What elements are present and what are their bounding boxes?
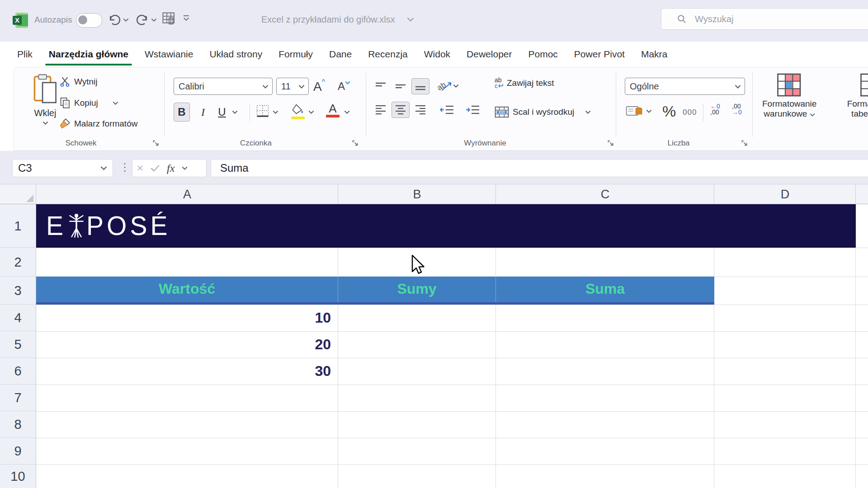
row-header-2[interactable]: 2	[0, 248, 36, 277]
chevron-down-icon[interactable]	[123, 18, 129, 22]
chevron-down-icon[interactable]	[232, 110, 238, 114]
decrease-indent-button[interactable]	[439, 104, 455, 118]
select-all-corner[interactable]	[0, 184, 36, 204]
align-middle-button[interactable]	[392, 78, 410, 94]
column-header-d[interactable]: D	[714, 184, 856, 204]
fx-icon[interactable]: fx	[167, 162, 175, 174]
column-header-c[interactable]: C	[496, 184, 714, 204]
chevron-down-icon[interactable]	[407, 17, 414, 22]
tab-recenzja[interactable]: Recenzja	[360, 42, 416, 67]
undo-icon[interactable]	[108, 13, 121, 27]
cell-a1-logo-banner[interactable]: E POSÉ	[36, 204, 856, 248]
conditional-formatting-button[interactable]: Formatowanie warunkowe	[762, 73, 816, 119]
cell-a4[interactable]: 10	[36, 305, 338, 331]
number-format-combo[interactable]: Ogólne	[625, 78, 745, 95]
cell-a5[interactable]: 20	[36, 331, 338, 358]
decrease-decimal-button[interactable]: ,00 →0	[732, 103, 742, 115]
borders-button[interactable]	[256, 104, 269, 120]
tab-uklad-strony[interactable]: Układ strony	[201, 42, 270, 67]
row-header-3[interactable]: 3	[0, 277, 36, 305]
cancel-icon[interactable]: ×	[137, 162, 143, 174]
tab-widok[interactable]: Widok	[416, 42, 458, 67]
tab-makra[interactable]: Makra	[633, 42, 675, 67]
name-box-splitter[interactable]: ⋮	[119, 161, 130, 174]
search-input[interactable]	[694, 14, 831, 25]
chevron-down-icon[interactable]	[646, 109, 652, 113]
accounting-format-button[interactable]	[626, 104, 643, 120]
chevron-down-icon[interactable]	[151, 18, 157, 22]
font-size-combo[interactable]: 11	[276, 78, 309, 95]
decrease-indent-icon	[439, 104, 455, 116]
underline-button[interactable]: U	[214, 103, 230, 122]
redo-icon[interactable]	[136, 13, 149, 27]
tab-formuly[interactable]: Formuły	[270, 42, 321, 67]
dialog-launcher-icon[interactable]	[352, 140, 359, 146]
merge-center-icon	[495, 106, 509, 118]
cut-button[interactable]: Wytnij	[60, 76, 98, 87]
increase-decimal-button[interactable]: ←0 ,00	[710, 103, 720, 115]
tab-pomoc[interactable]: Pomoc	[520, 42, 566, 67]
align-right-button[interactable]	[411, 102, 429, 118]
quick-access-table-icon[interactable]	[162, 12, 176, 26]
wrap-text-button[interactable]: ab c Zawijaj tekst	[495, 77, 554, 89]
row-header-10[interactable]: 10	[0, 465, 36, 488]
autosave-toggle[interactable]	[76, 13, 102, 28]
row-header-8[interactable]: 8	[0, 411, 36, 438]
enter-icon[interactable]	[151, 164, 160, 172]
name-box[interactable]: C3	[12, 159, 113, 177]
align-top-button[interactable]	[372, 78, 390, 94]
font-name-combo[interactable]: Calibri	[174, 78, 273, 95]
row-header-6[interactable]: 6	[0, 358, 36, 385]
column-header-a[interactable]: A	[36, 184, 338, 204]
orientation-button[interactable]: ab	[438, 79, 459, 93]
cut-scissors-icon	[60, 76, 71, 87]
cell-b3-header[interactable]: Sumy	[338, 277, 496, 302]
cell-a6[interactable]: 30	[36, 358, 338, 385]
align-center-button[interactable]	[392, 102, 410, 118]
group-separator	[616, 73, 616, 137]
search-box[interactable]	[661, 8, 868, 30]
document-title[interactable]: Excel z przykładami do gifów.xlsx	[261, 14, 395, 25]
dialog-launcher-icon[interactable]	[607, 140, 614, 146]
chevron-down-icon[interactable]	[273, 110, 278, 114]
italic-button[interactable]: I	[196, 103, 210, 122]
percent-style-button[interactable]: %	[662, 103, 676, 120]
tab-wstawianie[interactable]: Wstawianie	[137, 42, 201, 67]
format-painter-button[interactable]: Malarz formatów	[59, 118, 137, 130]
dialog-launcher-icon[interactable]	[741, 140, 748, 146]
bold-button[interactable]: B	[174, 103, 190, 122]
row-header-5[interactable]: 5	[0, 331, 36, 358]
dialog-launcher-icon[interactable]	[152, 140, 159, 146]
tab-narzedzia-glowne[interactable]: Narzędzia główne	[41, 42, 137, 67]
comma-style-button[interactable]: 000	[683, 108, 697, 117]
row-header-9[interactable]: 9	[0, 438, 36, 465]
paste-button[interactable]: Wklej	[27, 74, 63, 127]
increase-indent-button[interactable]	[465, 104, 481, 118]
copy-button[interactable]: Kopiuj	[60, 97, 118, 109]
tab-plik[interactable]: Plik	[9, 42, 41, 67]
chevron-down-icon[interactable]	[308, 110, 314, 114]
tab-power-pivot[interactable]: Power Pivot	[566, 42, 633, 67]
tab-deweloper[interactable]: Deweloper	[458, 42, 520, 67]
font-color-button[interactable]: A	[326, 103, 340, 117]
chevron-down-icon[interactable]	[182, 166, 188, 170]
align-left-button[interactable]	[372, 102, 390, 118]
row-header-7[interactable]: 7	[0, 385, 36, 411]
align-bottom-button[interactable]	[411, 78, 429, 94]
tab-dane[interactable]: Dane	[321, 42, 360, 67]
column-header-b[interactable]: B	[338, 184, 496, 204]
customize-qat-icon[interactable]	[183, 14, 190, 21]
grow-font-button[interactable]: A^	[313, 78, 325, 94]
cell-c3-header[interactable]: Suma	[496, 277, 714, 302]
group-separator	[164, 73, 165, 137]
format-as-table-button[interactable]: Formatu tabele	[831, 73, 868, 119]
row-header-1[interactable]: 1	[0, 204, 36, 248]
fill-color-button[interactable]	[291, 103, 305, 119]
row-header-4[interactable]: 4	[0, 305, 36, 331]
chevron-down-icon	[298, 84, 305, 89]
formula-input[interactable]: Suma	[211, 159, 868, 177]
merge-center-button[interactable]: Scal i wyśrodkuj	[495, 106, 591, 118]
shrink-font-button[interactable]: A	[338, 80, 350, 93]
cell-a3-header[interactable]: Wartość	[36, 277, 338, 302]
chevron-down-icon[interactable]	[344, 110, 350, 114]
